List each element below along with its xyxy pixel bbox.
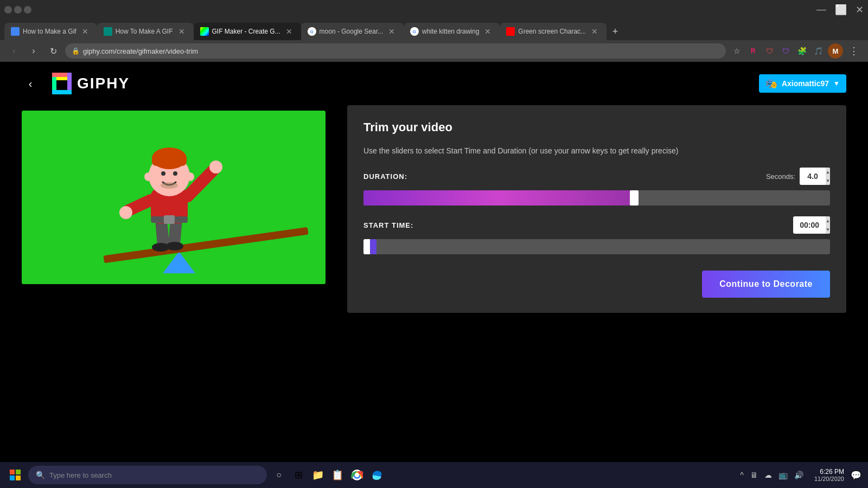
video-preview bbox=[22, 111, 326, 284]
taskbar-search-bar[interactable]: 🔍 Type here to search bbox=[28, 466, 267, 484]
title-bar: — ⬜ ✕ bbox=[0, 0, 868, 20]
video-section bbox=[22, 105, 326, 451]
file-explorer-icon[interactable]: 📁 bbox=[308, 465, 328, 485]
tray-display-icon[interactable]: 📺 bbox=[776, 468, 790, 481]
tab-gif-maker[interactable]: GIF Maker - Create G... ✕ bbox=[194, 23, 301, 40]
chevron-up-icon[interactable]: ^ bbox=[738, 468, 746, 481]
svg-point-22 bbox=[161, 171, 165, 176]
start-time-input-wrap[interactable]: ▲ ▼ bbox=[793, 216, 830, 234]
minimize-btn[interactable] bbox=[4, 6, 12, 14]
clock-date: 11/20/2020 bbox=[814, 476, 844, 482]
continue-to-decorate-button[interactable]: Continue to Decorate bbox=[702, 271, 830, 298]
panel-description: Use the sliders to select Start Time and… bbox=[363, 145, 830, 157]
adblock-icon[interactable]: 🛡 bbox=[763, 44, 776, 57]
minimize-icon[interactable]: — bbox=[816, 4, 826, 16]
tab-title-3: GIF Maker - Create G... bbox=[212, 28, 280, 35]
svg-point-11 bbox=[166, 242, 183, 251]
privacy-icon[interactable]: 🛡 bbox=[779, 44, 792, 57]
close-icon[interactable]: ✕ bbox=[856, 4, 864, 16]
files-icon[interactable]: 📋 bbox=[328, 465, 347, 485]
tab-favicon-6 bbox=[506, 27, 515, 36]
green-screen-character bbox=[22, 111, 326, 284]
start-button[interactable] bbox=[4, 464, 26, 486]
tab-close-6[interactable]: ✕ bbox=[589, 26, 600, 37]
profile-avatar[interactable]: M bbox=[828, 43, 843, 59]
start-time-input[interactable] bbox=[793, 221, 826, 229]
tray-network-icon[interactable]: 🖥 bbox=[748, 468, 760, 481]
address-input-container[interactable]: 🔒 giphy.com/create/gifmaker/video-trim bbox=[65, 43, 726, 59]
duration-slider-track[interactable] bbox=[363, 190, 830, 206]
media-icon[interactable]: 🎵 bbox=[812, 44, 825, 57]
user-avatar-icon: 🎭 bbox=[765, 78, 777, 89]
tab-close-5[interactable]: ✕ bbox=[482, 26, 493, 37]
duration-spinner[interactable]: ▲ ▼ bbox=[826, 168, 830, 185]
giphy-header: ‹ GIPHY 🎭 Axiomattic97 ▼ bbox=[0, 62, 868, 105]
taskbar: 🔍 Type here to search ○ ⊞ 📁 📋 bbox=[0, 462, 868, 488]
svg-rect-29 bbox=[10, 476, 15, 480]
duration-up-btn[interactable]: ▲ bbox=[826, 168, 830, 176]
tab-white-kitten[interactable]: G white kitten drawing ✕ bbox=[404, 23, 500, 40]
tab-moon-search[interactable]: G moon - Google Sear... ✕ bbox=[301, 23, 404, 40]
tray-speaker-icon[interactable]: 🔊 bbox=[792, 468, 806, 481]
duration-fill bbox=[363, 190, 634, 206]
start-time-up-btn[interactable]: ▲ bbox=[826, 216, 830, 225]
edge-taskbar-icon[interactable] bbox=[367, 465, 386, 485]
browser-menu[interactable]: ⋮ bbox=[846, 43, 861, 59]
windows-logo bbox=[10, 470, 21, 480]
bookmark-icon[interactable]: ☆ bbox=[730, 44, 743, 57]
tab-how-to-make-gif-2[interactable]: How To Make A GIF ✕ bbox=[97, 23, 194, 40]
svg-point-25 bbox=[144, 172, 153, 181]
svg-rect-14 bbox=[164, 215, 175, 224]
tab-close-3[interactable]: ✕ bbox=[284, 26, 295, 37]
duration-down-btn[interactable]: ▼ bbox=[826, 176, 830, 185]
user-badge[interactable]: 🎭 Axiomattic97 ▼ bbox=[759, 74, 846, 93]
page-content: ‹ GIPHY 🎭 Axiomattic97 ▼ bbox=[0, 62, 868, 462]
tab-close-2[interactable]: ✕ bbox=[176, 26, 187, 37]
start-time-down-btn[interactable]: ▼ bbox=[826, 225, 830, 234]
close-btn-window[interactable] bbox=[24, 6, 31, 14]
back-btn[interactable]: ‹ bbox=[7, 43, 22, 59]
tab-close-4[interactable]: ✕ bbox=[386, 26, 397, 37]
start-time-handle[interactable] bbox=[370, 239, 376, 254]
start-time-spinner[interactable]: ▲ ▼ bbox=[826, 216, 830, 234]
start-time-slider-track[interactable] bbox=[363, 239, 830, 254]
giphy-logo-icon bbox=[52, 73, 72, 94]
extensions-icon[interactable]: R bbox=[746, 44, 760, 57]
chrome-taskbar-icon[interactable] bbox=[347, 465, 367, 485]
tab-how-to-make-gif[interactable]: How to Make a Gif ✕ bbox=[4, 23, 97, 40]
back-arrow-btn[interactable]: ‹ bbox=[22, 75, 39, 92]
cortana-btn[interactable]: ○ bbox=[269, 465, 289, 485]
forward-btn[interactable]: › bbox=[26, 43, 41, 59]
reload-btn[interactable]: ↻ bbox=[46, 43, 61, 59]
continue-btn-wrap: Continue to Decorate bbox=[363, 271, 830, 298]
restore-icon[interactable]: ⬜ bbox=[835, 4, 847, 16]
tab-title-2: How To Make A GIF bbox=[116, 28, 173, 35]
start-time-fill bbox=[363, 239, 370, 254]
toolbar-icon[interactable]: 🧩 bbox=[795, 44, 808, 57]
svg-rect-2 bbox=[67, 73, 72, 90]
svg-point-24 bbox=[161, 182, 178, 189]
clock-area[interactable]: 6:26 PM 11/20/2020 bbox=[810, 468, 848, 482]
svg-point-26 bbox=[186, 172, 194, 181]
task-view-btn[interactable]: ⊞ bbox=[289, 465, 308, 485]
system-tray: ^ 🖥 ☁ 📺 🔊 bbox=[733, 468, 810, 481]
tab-close-1[interactable]: ✕ bbox=[80, 26, 91, 37]
tab-green-screen[interactable]: Green screen Charac... ✕ bbox=[500, 23, 607, 40]
duration-input[interactable] bbox=[800, 172, 826, 181]
title-bar-right: — ⬜ ✕ bbox=[816, 4, 864, 16]
address-bar-right: ☆ R 🛡 🛡 🧩 🎵 M ⋮ bbox=[730, 43, 861, 59]
duration-input-wrap[interactable]: ▲ ▼ bbox=[800, 168, 830, 185]
tray-onedrive-icon[interactable]: ☁ bbox=[762, 468, 774, 481]
svg-point-17 bbox=[209, 160, 222, 174]
duration-handle[interactable] bbox=[630, 190, 639, 206]
new-tab-btn[interactable]: + bbox=[607, 23, 624, 40]
svg-rect-4 bbox=[56, 77, 67, 80]
tab-favicon-2 bbox=[104, 27, 112, 36]
clock-time: 6:26 PM bbox=[814, 468, 844, 476]
maximize-btn[interactable] bbox=[14, 6, 22, 14]
duration-seconds-wrap: Seconds: ▲ ▼ bbox=[766, 168, 830, 185]
notification-center-btn[interactable]: 💬 bbox=[848, 468, 864, 483]
duration-label-row: DURATION: Seconds: ▲ ▼ bbox=[363, 168, 830, 185]
controls-panel: Trim your video Use the sliders to selec… bbox=[347, 105, 846, 313]
start-time-control: START TIME: ▲ ▼ bbox=[363, 216, 830, 254]
